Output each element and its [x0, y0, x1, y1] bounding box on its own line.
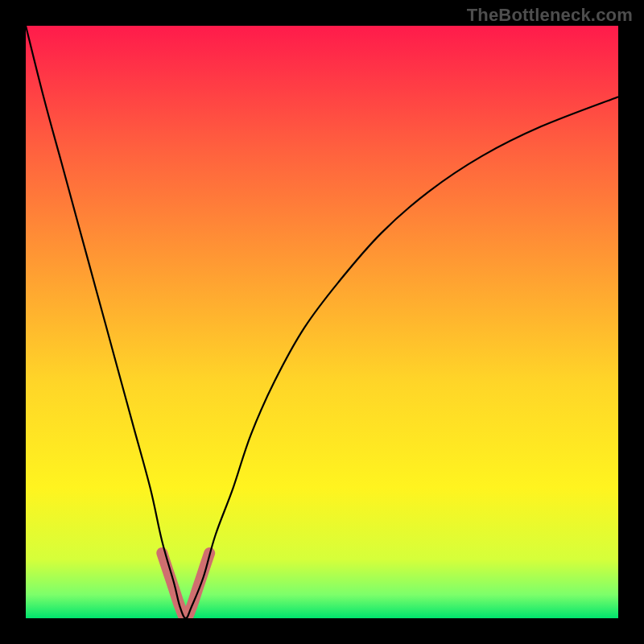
curve-layer [26, 26, 618, 618]
highlight-segment [162, 553, 209, 618]
chart-frame: TheBottleneck.com [0, 0, 644, 644]
plot-area [26, 26, 618, 618]
watermark-text: TheBottleneck.com [467, 5, 633, 26]
bottleneck-curve [26, 26, 618, 618]
